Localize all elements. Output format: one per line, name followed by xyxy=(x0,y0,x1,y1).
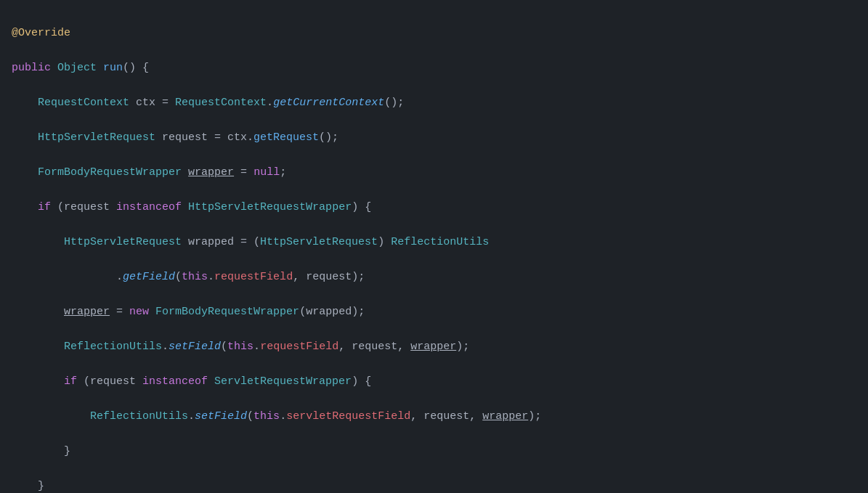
line-5: FormBodyRequestWrapper wrapper = null; xyxy=(12,164,856,182)
line-10: ReflectionUtils.setField(this.requestFie… xyxy=(12,338,856,356)
line-11: if (request instanceof ServletRequestWra… xyxy=(12,373,856,391)
line-7: HttpServletRequest wrapped = (HttpServle… xyxy=(12,234,856,251)
line-9: wrapper = new FormBodyRequestWrapper(wra… xyxy=(12,303,856,321)
line-14: } xyxy=(12,478,856,493)
line-6: if (request instanceof HttpServletReques… xyxy=(12,199,856,216)
line-8: .getField(this.requestField, request); xyxy=(12,269,856,286)
line-2: public Object run() { xyxy=(12,60,856,77)
line-4: HttpServletRequest request = ctx.getRequ… xyxy=(12,129,856,147)
code-editor: @Override public Object run() { RequestC… xyxy=(0,7,868,493)
line-12: ReflectionUtils.setField(this.servletReq… xyxy=(12,408,856,425)
line-3: RequestContext ctx = RequestContext.getC… xyxy=(12,94,856,112)
line-13: } xyxy=(12,443,856,460)
line-1: @Override xyxy=(12,25,856,42)
